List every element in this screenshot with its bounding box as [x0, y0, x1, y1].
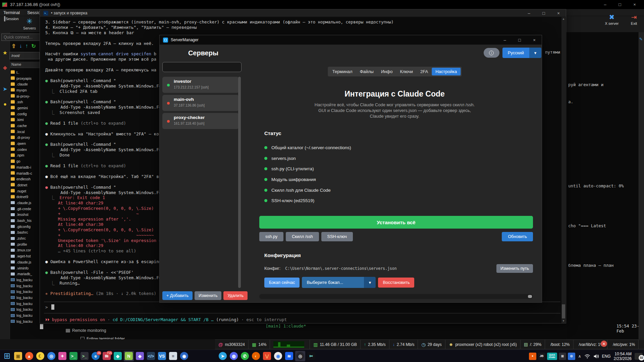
notification-center-icon[interactable]: 32: [635, 353, 643, 360]
macros-icon[interactable]: ◆: [1, 64, 9, 71]
taskbar-icon[interactable]: ✆: [240, 351, 250, 361]
dir-up-icon[interactable]: ⇧: [11, 43, 16, 49]
file-row[interactable]: .ssh: [10, 99, 40, 105]
file-row[interactable]: .config: [10, 111, 40, 117]
file-row[interactable]: .tmux.cor: [10, 247, 40, 253]
favorites-star-icon[interactable]: ★: [1, 50, 9, 56]
file-row[interactable]: .nuget: [10, 188, 40, 194]
taskbar-icon[interactable]: ➤: [218, 351, 228, 361]
toolbar-session-button[interactable]: Session: [3, 17, 20, 21]
change-path-button[interactable]: Изменить путь: [496, 264, 533, 273]
file-row[interactable]: myvpn: [10, 87, 40, 93]
xserver-button[interactable]: ✖ X server: [603, 13, 621, 25]
file-row[interactable]: .zshrc: [10, 235, 40, 241]
files-column-header[interactable]: Name: [10, 62, 40, 68]
tray-icon[interactable]: ▣: [559, 353, 566, 360]
refresh-button[interactable]: Обновить: [502, 232, 533, 241]
file-row[interactable]: log_backu: [10, 318, 40, 324]
taskbar-icon[interactable]: ◆: [113, 351, 123, 361]
horizontal-scrollbar-thumb[interactable]: [528, 295, 532, 298]
servermanager-titlebar[interactable]: ServerManager – □ ×: [160, 35, 542, 45]
taskbar-icon[interactable]: ≋: [284, 351, 294, 361]
file-row[interactable]: .local: [10, 129, 40, 135]
file-row[interactable]: .bash_his: [10, 218, 40, 224]
file-row[interactable]: .kimi: [10, 117, 40, 123]
taskbar-icon[interactable]: ◐: [251, 351, 261, 361]
horizontal-scrollbar[interactable]: [259, 294, 533, 299]
status-dot-icon[interactable]: ●: [1, 101, 9, 107]
close-button[interactable]: ×: [627, 0, 642, 9]
file-row[interactable]: t..: [10, 69, 40, 75]
exit-button[interactable]: ⇥ Exit: [625, 13, 643, 25]
keyboard-language[interactable]: ENG: [602, 354, 611, 359]
taskbar-icon[interactable]: ≡: [168, 351, 178, 361]
file-row[interactable]: .wget-hst: [10, 253, 40, 259]
toolbar-servers-button[interactable]: ✳ Servers: [21, 17, 38, 30]
remote-monitoring-button[interactable]: Remote monitoring: [66, 328, 106, 333]
terminal-maximize-button[interactable]: □: [536, 9, 551, 17]
file-row[interactable]: .bashrc: [10, 230, 40, 236]
tab[interactable]: Настройка: [432, 68, 461, 75]
taskbar-icon[interactable]: ⊞: [2, 351, 12, 361]
terminal-close-button[interactable]: ×: [551, 9, 566, 17]
server-action-button[interactable]: Изменить: [195, 291, 221, 300]
taskbar-icon[interactable]: ◈: [135, 351, 145, 361]
file-row[interactable]: .cache: [10, 123, 40, 129]
language-dropdown[interactable]: Русский ▼: [502, 48, 541, 58]
tab[interactable]: Файлы: [356, 68, 377, 75]
server-action-button[interactable]: Удалить: [223, 291, 248, 300]
file-row[interactable]: .gemini: [10, 105, 40, 111]
taskbar-icon[interactable]: VS: [157, 351, 167, 361]
taskbar-icon[interactable]: ☾: [35, 351, 45, 361]
scroll-up-icon[interactable]: ▲: [561, 17, 566, 21]
tab[interactable]: Терминал: [329, 68, 356, 75]
tray-icon[interactable]: ●: [529, 353, 536, 360]
terminal-scrollbar[interactable]: ▲ ▼: [561, 17, 566, 323]
taskbar-icon[interactable]: ◎: [46, 351, 56, 361]
sm-close-button[interactable]: ×: [527, 35, 542, 45]
server-list-item[interactable]: proxy-checker 161.97.118.40 [ssh]: [162, 113, 239, 129]
file-row[interactable]: log_backu: [10, 283, 40, 289]
scrollbar-thumb[interactable]: [562, 304, 565, 318]
file-row[interactable]: log_backu: [10, 312, 40, 318]
file-row[interactable]: log_backu: [10, 307, 40, 313]
component-install-button[interactable]: Скилл /ssh: [286, 232, 319, 241]
menu-terminal[interactable]: Terminal: [3, 10, 20, 15]
file-row[interactable]: .claude: [10, 81, 40, 87]
component-install-button[interactable]: SSH-ключ: [321, 232, 353, 241]
taskbar-icon[interactable]: ◉: [273, 351, 283, 361]
file-row[interactable]: dotnet9: [10, 194, 40, 200]
tray-expand-icon[interactable]: ∧: [578, 354, 581, 359]
file-row[interactable]: .npm: [10, 153, 40, 159]
scroll-down-icon[interactable]: ▼: [561, 319, 566, 323]
edit-pencil-icon[interactable]: ✎: [639, 37, 643, 42]
file-row[interactable]: log_backu: [10, 289, 40, 295]
maximize-button[interactable]: □: [612, 0, 627, 9]
file-row[interactable]: .qwen: [10, 140, 40, 146]
refresh-icon[interactable]: ↻: [31, 43, 36, 49]
tab[interactable]: Инфо: [377, 68, 396, 75]
terminal-titlebar[interactable]: >_ • запуск и проверка – □ ×: [40, 9, 566, 17]
taskbar-icon[interactable]: ⋁: [262, 351, 272, 361]
taskbar-icon[interactable]: ✂: [306, 351, 316, 361]
tray-icon[interactable]: JB: [538, 353, 545, 360]
file-row[interactable]: log_backu: [10, 277, 40, 283]
tray-icon[interactable]: ◎: [568, 353, 575, 360]
send-file-icon[interactable]: ➤: [1, 86, 9, 92]
server-list-item[interactable]: main-ovh 37.187.136.86 [ssh]: [162, 95, 239, 111]
info-button[interactable]: i: [484, 48, 499, 58]
taskbar-icon[interactable]: ◉: [179, 351, 189, 361]
speaker-icon[interactable]: [593, 354, 599, 359]
server-search-input[interactable]: [162, 62, 241, 72]
taskbar-icon[interactable]: >_: [79, 351, 90, 361]
file-row[interactable]: .dotnet: [10, 182, 40, 188]
file-row[interactable]: .gitconfig: [10, 224, 40, 230]
file-row[interactable]: mariadb-i: [10, 164, 40, 170]
file-row[interactable]: .mariadb_: [10, 271, 40, 277]
tab[interactable]: Ключи: [396, 68, 417, 75]
install-all-button[interactable]: Установить всё: [259, 216, 533, 229]
file-row[interactable]: .codex: [10, 146, 40, 153]
backup-select-dropdown[interactable]: Выберите бэкап... ▼: [302, 277, 376, 288]
tab[interactable]: 2FA: [417, 68, 432, 75]
file-row[interactable]: go: [10, 158, 40, 164]
